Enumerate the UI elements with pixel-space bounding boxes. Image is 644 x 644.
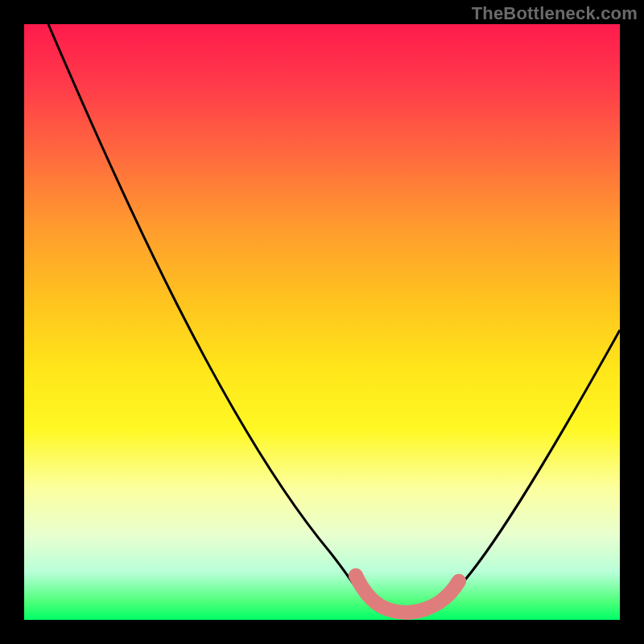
highlight-dot-right (452, 574, 466, 588)
highlight-dot-left (349, 568, 363, 583)
highlight-band (356, 576, 459, 613)
bottleneck-curve (48, 24, 620, 613)
watermark-text: TheBottleneck.com (472, 3, 638, 24)
chart-frame: TheBottleneck.com (0, 0, 644, 644)
curve-layer (24, 24, 620, 620)
plot-area (24, 24, 620, 620)
